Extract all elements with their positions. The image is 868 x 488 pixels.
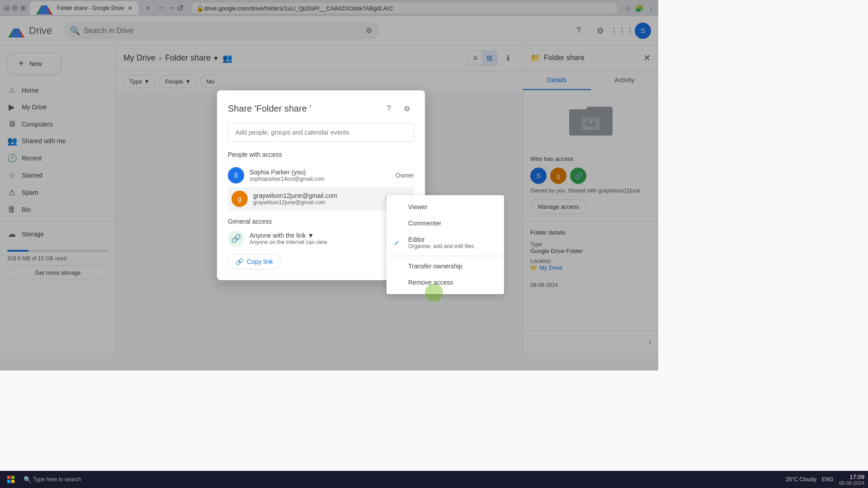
modal-header: Share 'Folder share ' ? ⚙	[228, 101, 414, 116]
owner-info: Sophia Parker (you) sophiaparker14oct@gm…	[250, 169, 390, 182]
owner-row: S Sophia Parker (you) sophiaparker14oct@…	[228, 164, 414, 187]
copy-link-icon: 🔗	[236, 258, 243, 265]
editor-check-icon: ✓	[394, 239, 403, 247]
shared-user-email: graywilson12june@gmail.com	[253, 199, 381, 206]
modal-settings-icon[interactable]: ⚙	[400, 101, 414, 116]
owner-email: sophiaparker14oct@gmail.com	[250, 176, 390, 182]
owner-person-avatar: S	[228, 167, 244, 183]
owner-name: Sophia Parker (you)	[250, 169, 390, 176]
link-access-chevron: ▼	[308, 232, 314, 239]
modal-title: Share 'Folder share '	[228, 103, 311, 114]
viewer-option[interactable]: Viewer	[387, 199, 504, 215]
commenter-label: Commenter	[408, 220, 497, 227]
shared-user-person-avatar: g	[231, 191, 248, 207]
modal-overlay: Share 'Folder share ' ? ⚙ People with ac…	[0, 0, 658, 371]
permission-dropdown-menu: Viewer Commenter ✓ Editor Organise, add …	[387, 195, 504, 294]
viewer-label: Viewer	[408, 203, 497, 211]
share-people-input[interactable]	[228, 123, 414, 142]
modal-help-icon[interactable]: ?	[382, 101, 396, 116]
owner-role: Owner	[396, 172, 414, 179]
link-access-icon: 🔗	[228, 230, 244, 247]
remove-label: Remove access	[408, 279, 497, 286]
editor-option-text: Editor Organise, add and edit files	[408, 236, 497, 249]
remove-access-option[interactable]: Remove access	[387, 274, 504, 291]
transfer-label: Transfer ownership	[408, 263, 497, 270]
editor-option[interactable]: ✓ Editor Organise, add and edit files	[387, 231, 504, 254]
people-with-access-label: People with access	[228, 151, 414, 158]
copy-link-button[interactable]: 🔗 Copy link	[228, 254, 281, 269]
shared-user-name: graywilson12june@gmail.com	[253, 192, 381, 199]
link-access-title-text: Anyone with the link	[250, 232, 306, 239]
modal-header-icons: ? ⚙	[382, 101, 414, 116]
copy-link-label: Copy link	[247, 258, 273, 265]
editor-option-sub: Organise, add and edit files	[408, 243, 497, 249]
shared-user-info: graywilson12june@gmail.com graywilson12j…	[253, 192, 381, 206]
dropdown-divider	[387, 256, 504, 256]
editor-option-label: Editor	[408, 236, 497, 243]
transfer-ownership-option[interactable]: Transfer ownership	[387, 258, 504, 274]
commenter-option[interactable]: Commenter	[387, 215, 504, 231]
